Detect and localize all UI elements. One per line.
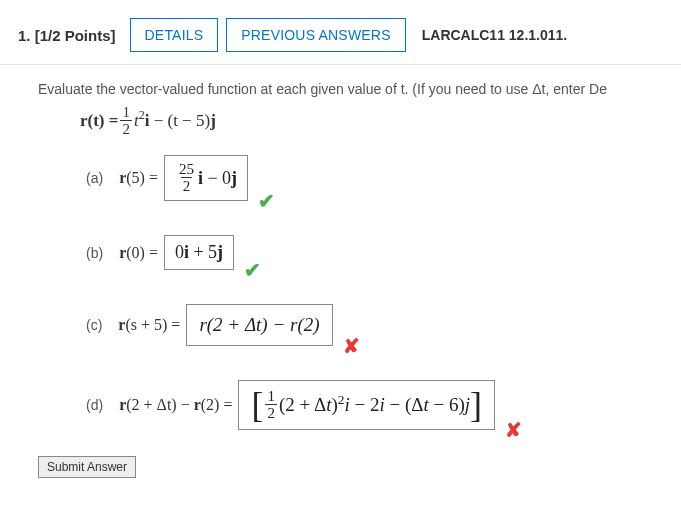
question-header: 1. [1/2 Points] DETAILS PREVIOUS ANSWERS… <box>0 0 681 65</box>
source-label: LARCALC11 12.1.011. <box>422 27 568 43</box>
question-points-label: 1. [1/2 Points] <box>18 27 116 44</box>
part-c-lhs: r(s + 5) = <box>118 316 180 334</box>
details-button[interactable]: DETAILS <box>130 18 219 52</box>
prompt-text: Evaluate the vector-valued function at e… <box>38 81 681 97</box>
part-b-answer[interactable]: 0i + 5j <box>164 235 234 270</box>
part-d-label: (d) <box>86 397 103 413</box>
previous-answers-button[interactable]: PREVIOUS ANSWERS <box>226 18 405 52</box>
fraction-one-half: 1 2 <box>120 105 132 137</box>
check-icon: ✔ <box>258 189 275 213</box>
part-d-answer[interactable]: [ 1 2 (2 + Δt)2i − 2i − (Δt − 6)j ] <box>238 380 495 430</box>
fraction-25-2: 25 2 <box>177 162 196 194</box>
part-d-lhs: r(2 + Δt) − r(2) = <box>119 396 232 414</box>
part-b: (b) r(0) = 0i + 5j ✔ <box>86 235 681 270</box>
part-c-answer[interactable]: r(2 + Δt) − r(2) <box>186 304 332 346</box>
part-b-label: (b) <box>86 245 103 261</box>
check-icon: ✔ <box>244 258 261 282</box>
part-a-lhs: r(5) = <box>119 169 158 187</box>
part-a-answer[interactable]: 25 2 i − 0j <box>164 155 248 201</box>
part-d: (d) r(2 + Δt) − r(2) = [ 1 2 (2 + Δt)2i … <box>86 380 681 430</box>
part-c: (c) r(s + 5) = r(2 + Δt) − r(2) ✘ <box>86 304 681 346</box>
part-a-label: (a) <box>86 170 103 186</box>
part-c-label: (c) <box>86 317 102 333</box>
cross-icon: ✘ <box>505 418 522 442</box>
submit-answer-button[interactable]: Submit Answer <box>38 456 136 478</box>
cross-icon: ✘ <box>343 334 360 358</box>
part-b-lhs: r(0) = <box>119 244 158 262</box>
question-body: Evaluate the vector-valued function at e… <box>0 65 681 430</box>
function-definition: r(t) = 1 2 t2i − (t − 5)j <box>80 105 681 137</box>
part-a: (a) r(5) = 25 2 i − 0j ✔ <box>86 155 681 201</box>
fraction-one-half: 1 2 <box>265 389 277 421</box>
